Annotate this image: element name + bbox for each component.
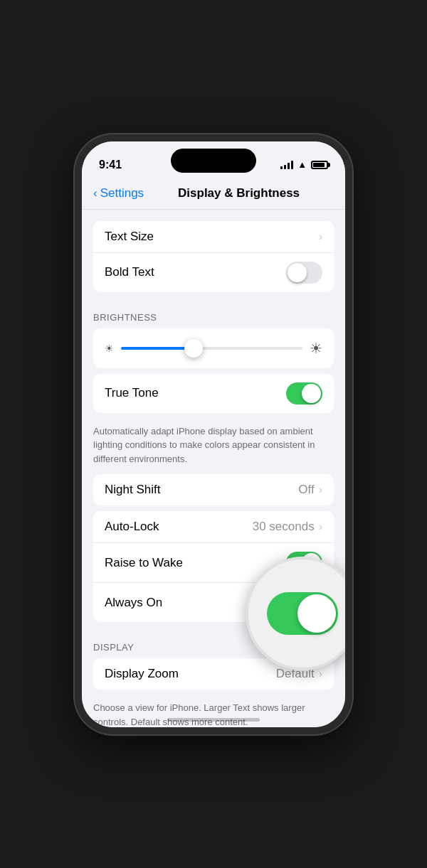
signal-icon (280, 161, 293, 169)
night-shift-group: Night Shift Off › (82, 474, 345, 505)
slider-fill (121, 347, 194, 350)
chevron-right-icon: › (319, 230, 322, 243)
night-shift-value: Off (298, 483, 314, 497)
text-display-group: Text Size › Bold Text (82, 221, 345, 292)
true-tone-group: True Tone Automatically adapt iPhone dis… (82, 374, 345, 475)
text-size-row[interactable]: Text Size › (93, 221, 334, 253)
night-shift-label: Night Shift (105, 483, 298, 497)
night-shift-row[interactable]: Night Shift Off › (93, 474, 334, 505)
brightness-card: ☀ ☀ (93, 328, 334, 368)
status-bar: 9:41 ▲ (82, 141, 345, 178)
chevron-right-icon: › (319, 483, 322, 496)
slider-thumb (184, 339, 203, 358)
bold-text-row: Bold Text (93, 253, 334, 292)
status-time: 9:41 (99, 159, 122, 171)
toggle-thumb (302, 384, 321, 403)
toggle-thumb (288, 263, 307, 282)
magnify-thumb (297, 594, 336, 633)
true-tone-description: Automatically adapt iPhone display based… (82, 419, 345, 475)
back-button[interactable]: ‹ Settings (93, 186, 144, 200)
night-shift-card: Night Shift Off › (93, 474, 334, 505)
magnify-toggle (267, 592, 338, 635)
brightness-slider-row: ☀ ☀ (105, 340, 322, 357)
display-zoom-description: Choose a view for iPhone. Larger Text sh… (82, 695, 345, 727)
back-label: Settings (100, 186, 144, 200)
true-tone-row: True Tone (93, 374, 334, 413)
magnify-overlay (246, 557, 352, 670)
bold-text-label: Bold Text (105, 265, 286, 279)
dynamic-island (171, 149, 256, 173)
display-zoom-label: Display Zoom (105, 667, 276, 681)
home-indicator (167, 718, 260, 722)
chevron-right-icon: › (319, 668, 322, 680)
auto-lock-row[interactable]: Auto-Lock 30 seconds › (93, 511, 334, 543)
nav-bar: ‹ Settings Display & Brightness (82, 178, 345, 210)
chevron-right-icon: › (319, 520, 322, 533)
brightness-header: BRIGHTNESS (82, 298, 345, 328)
raise-to-wake-label: Raise to Wake (105, 556, 286, 570)
battery-icon (311, 161, 328, 169)
true-tone-card: True Tone (93, 374, 334, 413)
brightness-group: BRIGHTNESS ☀ ☀ (82, 298, 345, 368)
sun-small-icon: ☀ (105, 343, 114, 354)
text-display-card: Text Size › Bold Text (93, 221, 334, 292)
auto-lock-label: Auto-Lock (105, 520, 253, 534)
auto-lock-value: 30 seconds (253, 520, 315, 534)
text-size-label: Text Size (105, 230, 319, 244)
true-tone-toggle[interactable] (286, 382, 322, 404)
brightness-slider[interactable] (121, 347, 302, 350)
bold-text-toggle[interactable] (286, 262, 322, 284)
phone-frame: 9:41 ▲ ‹ Settings Display & Brightness (75, 134, 352, 734)
sun-large-icon: ☀ (310, 340, 322, 357)
wifi-icon: ▲ (297, 159, 307, 170)
true-tone-label: True Tone (105, 386, 286, 400)
chevron-left-icon: ‹ (93, 186, 97, 200)
page-title: Display & Brightness (144, 186, 334, 200)
status-icons: ▲ (280, 159, 328, 170)
